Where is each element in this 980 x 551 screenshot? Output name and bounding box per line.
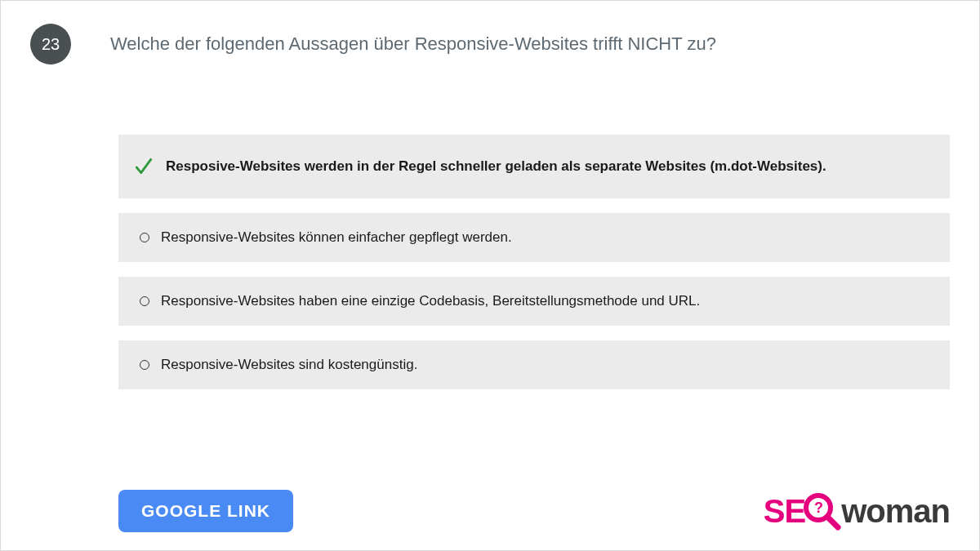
logo-text-woman: woman <box>841 493 950 530</box>
answer-option[interactable]: Responsive-Websites können einfacher gep… <box>118 213 950 262</box>
question-text: Welche der folgenden Aussagen über Respo… <box>110 24 716 56</box>
answer-option[interactable]: Resposive-Websites werden in der Regel s… <box>118 135 950 198</box>
radio-icon <box>140 360 149 370</box>
footer: GOOGLE LINK SE ? woman <box>118 490 950 532</box>
quiz-card: 23 Welche der folgenden Aussagen über Re… <box>0 0 980 551</box>
question-number-badge: 23 <box>30 24 71 64</box>
question-header: 23 Welche der folgenden Aussagen über Re… <box>30 24 950 64</box>
radio-icon <box>140 233 149 242</box>
checkmark-icon <box>133 156 154 177</box>
magnifier-icon: ? <box>802 491 841 531</box>
radio-icon <box>140 296 149 306</box>
svg-line-2 <box>827 517 838 527</box>
google-link-button[interactable]: GOOGLE LINK <box>118 490 293 532</box>
answer-text: Responsive-Websites haben eine einzige C… <box>161 293 700 309</box>
answer-text: Resposive-Websites werden in der Regel s… <box>166 158 826 175</box>
svg-text:?: ? <box>814 500 822 516</box>
question-number: 23 <box>42 35 60 54</box>
answer-text: Responsive-Websites sind kostengünstig. <box>161 357 417 373</box>
answer-list: Resposive-Websites werden in der Regel s… <box>118 135 950 389</box>
answer-text: Responsive-Websites können einfacher gep… <box>161 229 512 246</box>
answer-option[interactable]: Responsive-Websites haben eine einzige C… <box>118 277 950 326</box>
logo-text-se: SE <box>764 493 805 530</box>
answer-option[interactable]: Responsive-Websites sind kostengünstig. <box>118 340 950 389</box>
seowoman-logo: SE ? woman <box>764 491 950 531</box>
